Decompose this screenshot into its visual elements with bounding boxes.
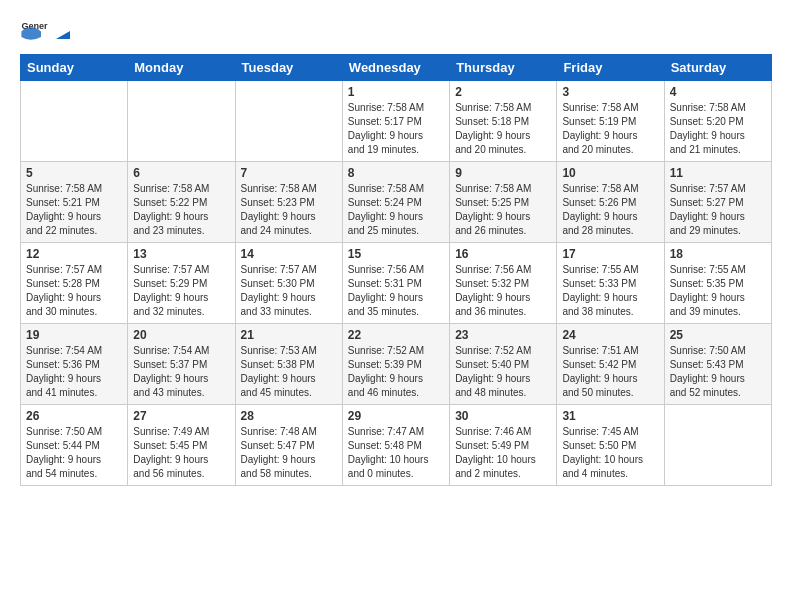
calendar-cell: 9Sunrise: 7:58 AMSunset: 5:25 PMDaylight… xyxy=(450,162,557,243)
weekday-header-monday: Monday xyxy=(128,55,235,81)
calendar-cell xyxy=(664,405,771,486)
weekday-header-sunday: Sunday xyxy=(21,55,128,81)
day-info-line: and 25 minutes. xyxy=(348,225,419,236)
weekday-header-row: SundayMondayTuesdayWednesdayThursdayFrid… xyxy=(21,55,772,81)
day-info-line: Sunset: 5:26 PM xyxy=(562,197,636,208)
day-info: Sunrise: 7:55 AMSunset: 5:33 PMDaylight:… xyxy=(562,263,658,319)
day-number: 23 xyxy=(455,328,551,342)
day-number: 14 xyxy=(241,247,337,261)
calendar-cell: 7Sunrise: 7:58 AMSunset: 5:23 PMDaylight… xyxy=(235,162,342,243)
day-info-line: Sunrise: 7:55 AM xyxy=(562,264,638,275)
calendar-cell: 18Sunrise: 7:55 AMSunset: 5:35 PMDayligh… xyxy=(664,243,771,324)
day-info-line: Sunrise: 7:58 AM xyxy=(455,102,531,113)
calendar-cell: 16Sunrise: 7:56 AMSunset: 5:32 PMDayligh… xyxy=(450,243,557,324)
day-info-line: Sunset: 5:44 PM xyxy=(26,440,100,451)
day-number: 19 xyxy=(26,328,122,342)
day-number: 30 xyxy=(455,409,551,423)
day-info-line: Sunset: 5:36 PM xyxy=(26,359,100,370)
day-info-line: Sunset: 5:28 PM xyxy=(26,278,100,289)
day-info-line: Daylight: 9 hours xyxy=(348,292,423,303)
day-info-line: and 26 minutes. xyxy=(455,225,526,236)
day-info-line: and 32 minutes. xyxy=(133,306,204,317)
day-info-line: and 20 minutes. xyxy=(455,144,526,155)
calendar-cell: 14Sunrise: 7:57 AMSunset: 5:30 PMDayligh… xyxy=(235,243,342,324)
day-info-line: and 46 minutes. xyxy=(348,387,419,398)
weekday-header-saturday: Saturday xyxy=(664,55,771,81)
day-info: Sunrise: 7:58 AMSunset: 5:20 PMDaylight:… xyxy=(670,101,766,157)
day-number: 6 xyxy=(133,166,229,180)
day-info-line: Sunset: 5:37 PM xyxy=(133,359,207,370)
day-number: 13 xyxy=(133,247,229,261)
day-info-line: Sunrise: 7:52 AM xyxy=(455,345,531,356)
calendar-cell: 5Sunrise: 7:58 AMSunset: 5:21 PMDaylight… xyxy=(21,162,128,243)
day-info: Sunrise: 7:46 AMSunset: 5:49 PMDaylight:… xyxy=(455,425,551,481)
day-info-line: Daylight: 9 hours xyxy=(562,292,637,303)
day-number: 18 xyxy=(670,247,766,261)
day-info: Sunrise: 7:58 AMSunset: 5:23 PMDaylight:… xyxy=(241,182,337,238)
day-info-line: Daylight: 9 hours xyxy=(670,130,745,141)
calendar-cell: 21Sunrise: 7:53 AMSunset: 5:38 PMDayligh… xyxy=(235,324,342,405)
calendar-cell: 10Sunrise: 7:58 AMSunset: 5:26 PMDayligh… xyxy=(557,162,664,243)
day-info-line: Sunrise: 7:56 AM xyxy=(348,264,424,275)
day-number: 21 xyxy=(241,328,337,342)
day-info: Sunrise: 7:58 AMSunset: 5:22 PMDaylight:… xyxy=(133,182,229,238)
day-info-line: Sunset: 5:45 PM xyxy=(133,440,207,451)
day-info: Sunrise: 7:58 AMSunset: 5:21 PMDaylight:… xyxy=(26,182,122,238)
calendar-cell: 1Sunrise: 7:58 AMSunset: 5:17 PMDaylight… xyxy=(342,81,449,162)
day-info-line: Daylight: 9 hours xyxy=(26,373,101,384)
calendar-week-4: 19Sunrise: 7:54 AMSunset: 5:36 PMDayligh… xyxy=(21,324,772,405)
day-number: 5 xyxy=(26,166,122,180)
day-info-line: Sunrise: 7:58 AM xyxy=(348,183,424,194)
day-info: Sunrise: 7:53 AMSunset: 5:38 PMDaylight:… xyxy=(241,344,337,400)
day-number: 11 xyxy=(670,166,766,180)
day-info-line: Daylight: 9 hours xyxy=(133,373,208,384)
day-info: Sunrise: 7:56 AMSunset: 5:32 PMDaylight:… xyxy=(455,263,551,319)
calendar-week-1: 1Sunrise: 7:58 AMSunset: 5:17 PMDaylight… xyxy=(21,81,772,162)
day-info-line: Sunrise: 7:51 AM xyxy=(562,345,638,356)
day-number: 2 xyxy=(455,85,551,99)
day-info: Sunrise: 7:55 AMSunset: 5:35 PMDaylight:… xyxy=(670,263,766,319)
calendar-cell: 26Sunrise: 7:50 AMSunset: 5:44 PMDayligh… xyxy=(21,405,128,486)
day-info-line: Sunset: 5:31 PM xyxy=(348,278,422,289)
day-number: 27 xyxy=(133,409,229,423)
logo: General xyxy=(20,16,74,44)
calendar-cell: 20Sunrise: 7:54 AMSunset: 5:37 PMDayligh… xyxy=(128,324,235,405)
calendar-cell: 30Sunrise: 7:46 AMSunset: 5:49 PMDayligh… xyxy=(450,405,557,486)
calendar-cell: 27Sunrise: 7:49 AMSunset: 5:45 PMDayligh… xyxy=(128,405,235,486)
day-info-line: Sunset: 5:20 PM xyxy=(670,116,744,127)
day-info-line: Sunset: 5:21 PM xyxy=(26,197,100,208)
day-info-line: Sunset: 5:39 PM xyxy=(348,359,422,370)
day-info: Sunrise: 7:52 AMSunset: 5:39 PMDaylight:… xyxy=(348,344,444,400)
day-info-line: Sunset: 5:47 PM xyxy=(241,440,315,451)
day-info-line: Sunset: 5:40 PM xyxy=(455,359,529,370)
calendar-cell: 8Sunrise: 7:58 AMSunset: 5:24 PMDaylight… xyxy=(342,162,449,243)
day-info-line: Daylight: 9 hours xyxy=(562,373,637,384)
calendar-cell: 24Sunrise: 7:51 AMSunset: 5:42 PMDayligh… xyxy=(557,324,664,405)
weekday-header-friday: Friday xyxy=(557,55,664,81)
day-info-line: Sunrise: 7:47 AM xyxy=(348,426,424,437)
day-number: 16 xyxy=(455,247,551,261)
day-info-line: Sunset: 5:22 PM xyxy=(133,197,207,208)
day-info: Sunrise: 7:57 AMSunset: 5:30 PMDaylight:… xyxy=(241,263,337,319)
day-info-line: and 50 minutes. xyxy=(562,387,633,398)
day-number: 26 xyxy=(26,409,122,423)
day-info: Sunrise: 7:50 AMSunset: 5:43 PMDaylight:… xyxy=(670,344,766,400)
day-info-line: Daylight: 9 hours xyxy=(455,211,530,222)
day-info-line: Sunset: 5:29 PM xyxy=(133,278,207,289)
day-info: Sunrise: 7:50 AMSunset: 5:44 PMDaylight:… xyxy=(26,425,122,481)
day-info-line: Sunrise: 7:58 AM xyxy=(133,183,209,194)
day-info-line: Sunrise: 7:57 AM xyxy=(26,264,102,275)
day-info-line: Daylight: 9 hours xyxy=(26,292,101,303)
day-info: Sunrise: 7:48 AMSunset: 5:47 PMDaylight:… xyxy=(241,425,337,481)
calendar-cell: 19Sunrise: 7:54 AMSunset: 5:36 PMDayligh… xyxy=(21,324,128,405)
day-info-line: and 4 minutes. xyxy=(562,468,628,479)
calendar-cell: 6Sunrise: 7:58 AMSunset: 5:22 PMDaylight… xyxy=(128,162,235,243)
day-info-line: Sunset: 5:48 PM xyxy=(348,440,422,451)
day-info-line: and 20 minutes. xyxy=(562,144,633,155)
day-info-line: and 22 minutes. xyxy=(26,225,97,236)
day-info-line: Sunset: 5:27 PM xyxy=(670,197,744,208)
day-info-line: Sunrise: 7:55 AM xyxy=(670,264,746,275)
calendar-cell xyxy=(21,81,128,162)
day-info-line: and 19 minutes. xyxy=(348,144,419,155)
day-number: 15 xyxy=(348,247,444,261)
